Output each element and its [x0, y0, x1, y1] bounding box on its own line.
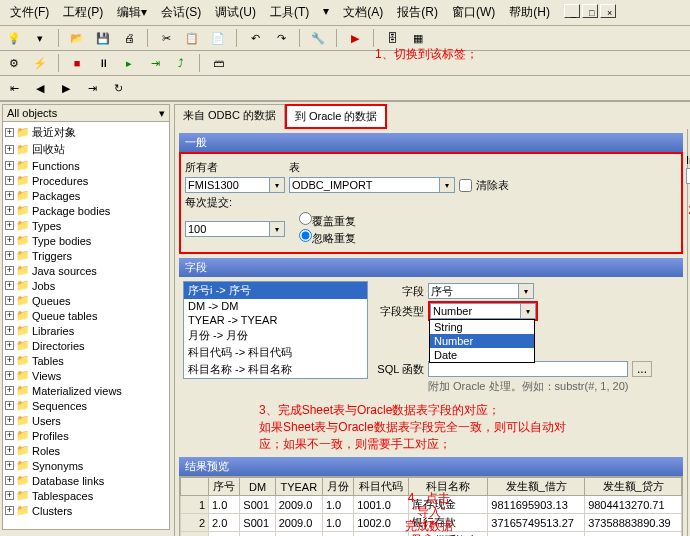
- nav-last-icon[interactable]: ⇥: [82, 78, 102, 98]
- expand-icon[interactable]: +: [5, 296, 14, 305]
- mapping-item[interactable]: DM -> DM: [184, 299, 367, 313]
- mapping-item[interactable]: 科目名称 -> 科目名称: [184, 361, 367, 378]
- tree-item[interactable]: +📁Procedures: [5, 173, 167, 188]
- tree-item[interactable]: +📁Libraries: [5, 323, 167, 338]
- expand-icon[interactable]: +: [5, 386, 14, 395]
- col-header[interactable]: TYEAR: [275, 478, 322, 496]
- opt-number[interactable]: Number: [430, 334, 534, 348]
- table-row[interactable]: 11.0S0012009.01.01001.0库存现金9811695903.13…: [181, 496, 682, 514]
- expand-icon[interactable]: +: [5, 506, 14, 515]
- col-header[interactable]: 序号: [209, 478, 240, 496]
- expand-icon[interactable]: +: [5, 311, 14, 320]
- field-input[interactable]: [428, 283, 518, 299]
- expand-icon[interactable]: +: [5, 266, 14, 275]
- col-header[interactable]: 科目代码: [354, 478, 409, 496]
- menu-edit[interactable]: 编辑▾: [111, 2, 153, 23]
- menu-reports[interactable]: 报告(R): [391, 2, 444, 23]
- pause-icon[interactable]: ⏸: [93, 53, 113, 73]
- mapping-item[interactable]: 科目代码 -> 科目代码: [184, 344, 367, 361]
- expand-icon[interactable]: +: [5, 281, 14, 290]
- menu-window[interactable]: 窗口(W): [446, 2, 501, 23]
- step2-icon[interactable]: ⇥: [145, 53, 165, 73]
- expand-icon[interactable]: +: [5, 476, 14, 485]
- gear-icon[interactable]: ⚙: [4, 53, 24, 73]
- expand-icon[interactable]: +: [5, 176, 14, 185]
- fieldtype-input[interactable]: [430, 303, 520, 319]
- expand-icon[interactable]: +: [5, 401, 14, 410]
- expand-icon[interactable]: +: [5, 128, 14, 137]
- table-dropdown-button[interactable]: ▾: [439, 177, 455, 193]
- step-icon[interactable]: ▸: [119, 53, 139, 73]
- commit-input[interactable]: [185, 221, 269, 237]
- tree-item[interactable]: +📁最近对象: [5, 124, 167, 141]
- clear-table-checkbox[interactable]: [459, 179, 472, 192]
- paste-icon[interactable]: 📄: [208, 28, 228, 48]
- tree-item[interactable]: +📁Database links: [5, 473, 167, 488]
- menu-overflow[interactable]: ▾: [317, 2, 335, 23]
- tool-icon[interactable]: 🔧: [308, 28, 328, 48]
- minimize-button[interactable]: _: [564, 4, 580, 18]
- tree-item[interactable]: +📁回收站: [5, 141, 167, 158]
- tree-item[interactable]: +📁Jobs: [5, 278, 167, 293]
- tree-item[interactable]: +📁Sequences: [5, 398, 167, 413]
- menu-project[interactable]: 工程(P): [57, 2, 109, 23]
- mapping-item[interactable]: 月份 -> 月份: [184, 327, 367, 344]
- open-icon[interactable]: 📂: [67, 28, 87, 48]
- print-icon[interactable]: 🖨: [119, 28, 139, 48]
- tree-item[interactable]: +📁Users: [5, 413, 167, 428]
- db-icon[interactable]: 🗄: [382, 28, 402, 48]
- nav-next-icon[interactable]: ▶: [56, 78, 76, 98]
- run-icon[interactable]: ▶: [345, 28, 365, 48]
- nav-prev-icon[interactable]: ◀: [30, 78, 50, 98]
- tree-item[interactable]: +📁Type bodies: [5, 233, 167, 248]
- menu-docs[interactable]: 文档(A): [337, 2, 389, 23]
- col-header[interactable]: 发生额_贷方: [585, 478, 682, 496]
- owner-dropdown-button[interactable]: ▾: [269, 177, 285, 193]
- expand-icon[interactable]: +: [5, 461, 14, 470]
- menu-help[interactable]: 帮助(H): [503, 2, 556, 23]
- refresh-icon[interactable]: ↻: [108, 78, 128, 98]
- expand-icon[interactable]: +: [5, 191, 14, 200]
- menu-file[interactable]: 文件(F): [4, 2, 55, 23]
- close-button[interactable]: ×: [600, 4, 616, 18]
- sqlfunc-browse-button[interactable]: ...: [632, 361, 652, 377]
- expand-icon[interactable]: +: [5, 326, 14, 335]
- mapping-item[interactable]: 序号i -> 序号: [184, 282, 367, 299]
- mapping-item[interactable]: 发生额_借方 -> 发生额_借方: [184, 378, 367, 379]
- expand-icon[interactable]: +: [5, 371, 14, 380]
- table-row[interactable]: 22.0S0012009.01.01002.0银行存款37165749513.2…: [181, 514, 682, 532]
- col-header[interactable]: 科目名称: [409, 478, 488, 496]
- stop-icon[interactable]: ■: [67, 53, 87, 73]
- tree-item[interactable]: +📁Queues: [5, 293, 167, 308]
- dropdown-icon[interactable]: ▾: [30, 28, 50, 48]
- expand-icon[interactable]: +: [5, 446, 14, 455]
- ignore-radio[interactable]: [299, 229, 312, 242]
- nav-first-icon[interactable]: ⇤: [4, 78, 24, 98]
- tree-item[interactable]: +📁Profiles: [5, 428, 167, 443]
- expand-icon[interactable]: +: [5, 356, 14, 365]
- save-icon[interactable]: 💾: [93, 28, 113, 48]
- expand-icon[interactable]: +: [5, 221, 14, 230]
- overwrite-radio[interactable]: [299, 212, 312, 225]
- commit-dropdown-button[interactable]: ▾: [269, 221, 285, 237]
- tab-from-odbc[interactable]: 来自 ODBC 的数据: [174, 104, 285, 129]
- init-script-input[interactable]: [686, 168, 690, 184]
- fieldtype-dropdown-button[interactable]: ▾: [520, 303, 536, 319]
- copy-icon[interactable]: 📋: [182, 28, 202, 48]
- expand-icon[interactable]: +: [5, 251, 14, 260]
- expand-icon[interactable]: +: [5, 206, 14, 215]
- tree-item[interactable]: +📁Types: [5, 218, 167, 233]
- undo-icon[interactable]: ↶: [245, 28, 265, 48]
- preview-table[interactable]: 序号DMTYEAR月份科目代码科目名称发生额_借方发生额_贷方11.0S0012…: [179, 476, 683, 536]
- tree-item[interactable]: +📁Directories: [5, 338, 167, 353]
- step3-icon[interactable]: ⤴: [171, 53, 191, 73]
- tree-item[interactable]: +📁Triggers: [5, 248, 167, 263]
- field-dropdown-button[interactable]: ▾: [518, 283, 534, 299]
- col-header[interactable]: 月份: [322, 478, 353, 496]
- lightbulb-icon[interactable]: 💡: [4, 28, 24, 48]
- tree-item[interactable]: +📁Functions: [5, 158, 167, 173]
- tree-item[interactable]: +📁Package bodies: [5, 203, 167, 218]
- tree-item[interactable]: +📁Synonyms: [5, 458, 167, 473]
- tree-item[interactable]: +📁Materialized views: [5, 383, 167, 398]
- tree-item[interactable]: +📁Roles: [5, 443, 167, 458]
